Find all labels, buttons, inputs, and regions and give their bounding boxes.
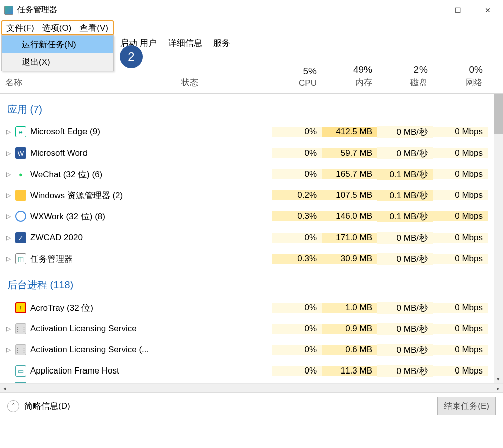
mem-cell: 107.5 MB	[322, 190, 377, 200]
process-name: Windows 资源管理器 (2)	[30, 190, 123, 201]
cpu-cell: 0%	[272, 169, 322, 179]
explorer-icon	[15, 190, 26, 201]
table-row[interactable]: ▷◫任务管理器0.3%30.9 MB0 MB/秒0 Mbps	[0, 248, 503, 269]
col-memory[interactable]: 49% 内存	[322, 52, 377, 93]
process-name: WXWork (32 位) (8)	[30, 211, 105, 222]
close-button[interactable]: ✕	[473, 0, 503, 20]
menu-options[interactable]: 选项(O)	[38, 21, 76, 35]
expander-icon[interactable]: ▷	[5, 150, 11, 157]
mem-cell: 146.0 MB	[322, 211, 377, 221]
menu-file[interactable]: 文件(F)	[2, 21, 38, 35]
disk-cell: 0 MB/秒	[377, 126, 433, 138]
fewer-details-label[interactable]: 简略信息(D)	[24, 400, 70, 412]
vertical-scrollbar[interactable]: ▾	[494, 94, 503, 383]
process-table-body: 应用 (7)▷eMicrosoft Edge (9)0%412.5 MB0 MB…	[0, 94, 503, 383]
table-row[interactable]: ▷●WeChat (32 位) (6)0%165.7 MB0.1 MB/秒0 M…	[0, 164, 503, 185]
scroll-thumb[interactable]	[494, 94, 503, 134]
col-mem-label: 内存	[355, 77, 372, 88]
col-cpu-label: CPU	[299, 78, 317, 88]
net-cell: 0 Mbps	[433, 148, 488, 158]
table-row[interactable]: ▷▭Application Frame Host0%11.3 MB0 MB/秒0…	[0, 360, 503, 382]
col-cpu-pct: 5%	[303, 66, 317, 77]
table-row[interactable]: ▷⋮⋮Activation Licensing Service0%0.9 MB0…	[0, 318, 503, 339]
disk-cell: 0 MB/秒	[377, 232, 433, 244]
group-header-apps[interactable]: 应用 (7)	[0, 94, 503, 121]
expander-icon[interactable]: ▷	[5, 192, 11, 199]
table-row[interactable]: ▷eMicrosoft Edge (9)0%412.5 MB0 MB/秒0 Mb…	[0, 121, 503, 142]
process-name: ZWCAD 2020	[30, 233, 83, 243]
col-status[interactable]: 状态	[176, 52, 272, 93]
acro-icon: !	[15, 302, 26, 313]
col-status-label: 状态	[181, 77, 267, 88]
cpu-cell: 0%	[272, 127, 322, 137]
cpu-cell: 0%	[272, 303, 322, 313]
table-row[interactable]: ▷Windows 资源管理器 (2)0.2%107.5 MB0.1 MB/秒0 …	[0, 185, 503, 206]
fewer-details-icon[interactable]: ˄	[7, 400, 19, 412]
mem-cell: 171.0 MB	[322, 233, 377, 243]
end-task-button[interactable]: 结束任务(E)	[437, 397, 496, 415]
net-cell: 0 Mbps	[433, 190, 488, 200]
menu-view[interactable]: 查看(V)	[75, 21, 112, 35]
disk-cell: 0 MB/秒	[377, 365, 433, 377]
cpu-cell: 0.3%	[272, 211, 322, 221]
group-header-background[interactable]: 后台进程 (118)	[0, 269, 503, 297]
net-cell: 0 Mbps	[433, 233, 488, 243]
table-row[interactable]: ▷⋮⋮Activation Licensing Service (...0%0.…	[0, 339, 503, 360]
zwcad-icon: Z	[15, 232, 26, 243]
mem-cell: 165.7 MB	[322, 169, 377, 179]
edge-icon: e	[15, 126, 26, 137]
menu-item-exit[interactable]: 退出(X)	[2, 53, 113, 71]
expander-icon[interactable]: ▷	[5, 346, 11, 353]
file-menu-dropdown: 运行新任务(N) 退出(X)	[1, 35, 114, 71]
process-name: Activation Licensing Service (...	[30, 345, 149, 355]
table-row[interactable]: ▷!AcroTray (32 位)0%1.0 MB0 MB/秒0 Mbps	[0, 297, 503, 318]
window-title: 任务管理器	[17, 5, 57, 15]
net-cell: 0 Mbps	[433, 324, 488, 334]
mem-cell: 0.6 MB	[322, 345, 377, 355]
expander-icon[interactable]: ▷	[5, 255, 11, 262]
scroll-arrow-right-icon[interactable]: ▸	[494, 384, 503, 393]
mem-cell: 59.7 MB	[322, 148, 377, 158]
net-cell: 0 Mbps	[433, 211, 488, 221]
disk-cell: 0 MB/秒	[377, 323, 433, 335]
tab-details[interactable]: 详细信息	[162, 34, 208, 52]
cpu-cell: 0%	[272, 148, 322, 158]
app-icon	[4, 6, 13, 15]
table-row[interactable]: ▷WXWork (32 位) (8)0.3%146.0 MB0.1 MB/秒0 …	[0, 206, 503, 227]
process-name: Microsoft Edge (9)	[30, 127, 100, 137]
mem-cell: 30.9 MB	[322, 254, 377, 264]
net-cell: 0 Mbps	[433, 303, 488, 313]
col-network[interactable]: 0% 网络	[433, 52, 488, 93]
table-row[interactable]: ▷ZZWCAD 20200%171.0 MB0 MB/秒0 Mbps	[0, 227, 503, 248]
tab-services[interactable]: 服务	[208, 34, 236, 52]
process-name: Application Frame Host	[30, 366, 119, 376]
disk-cell: 0 MB/秒	[377, 147, 433, 159]
cpu-cell: 0%	[272, 233, 322, 243]
process-name: 任务管理器	[30, 253, 73, 265]
word-icon: W	[15, 147, 26, 159]
process-name: AcroTray (32 位)	[30, 302, 93, 314]
menubar: 文件(F) 选项(O) 查看(V)	[0, 20, 503, 35]
scroll-arrow-down-icon[interactable]: ▾	[494, 374, 503, 383]
expander-icon[interactable]: ▷	[5, 128, 11, 135]
col-cpu[interactable]: 5% CPU	[272, 52, 322, 93]
expander-icon[interactable]: ▷	[5, 325, 11, 332]
mem-cell: 1.0 MB	[322, 303, 377, 313]
table-row[interactable]: ▷WMicrosoft Word0%59.7 MB0 MB/秒0 Mbps	[0, 142, 503, 164]
minimize-button[interactable]: —	[412, 0, 443, 20]
process-name: WeChat (32 位) (6)	[30, 169, 102, 180]
expander-icon[interactable]: ▷	[5, 234, 11, 241]
menu-item-run-new-task[interactable]: 运行新任务(N)	[2, 36, 113, 53]
horizontal-scrollbar[interactable]: ◂ ▸	[0, 383, 503, 392]
disk-cell: 0.1 MB/秒	[377, 211, 433, 222]
mem-cell: 0.9 MB	[322, 324, 377, 334]
expander-icon[interactable]: ▷	[5, 213, 11, 220]
titlebar: 任务管理器 — ☐ ✕	[0, 0, 503, 20]
expander-icon[interactable]: ▷	[5, 171, 11, 178]
net-cell: 0 Mbps	[433, 254, 488, 264]
maximize-button[interactable]: ☐	[443, 0, 473, 20]
col-disk[interactable]: 2% 磁盘	[377, 52, 433, 93]
mem-cell: 412.5 MB	[322, 127, 377, 137]
scroll-arrow-left-icon[interactable]: ◂	[0, 384, 9, 393]
wechat-icon: ●	[15, 169, 26, 180]
